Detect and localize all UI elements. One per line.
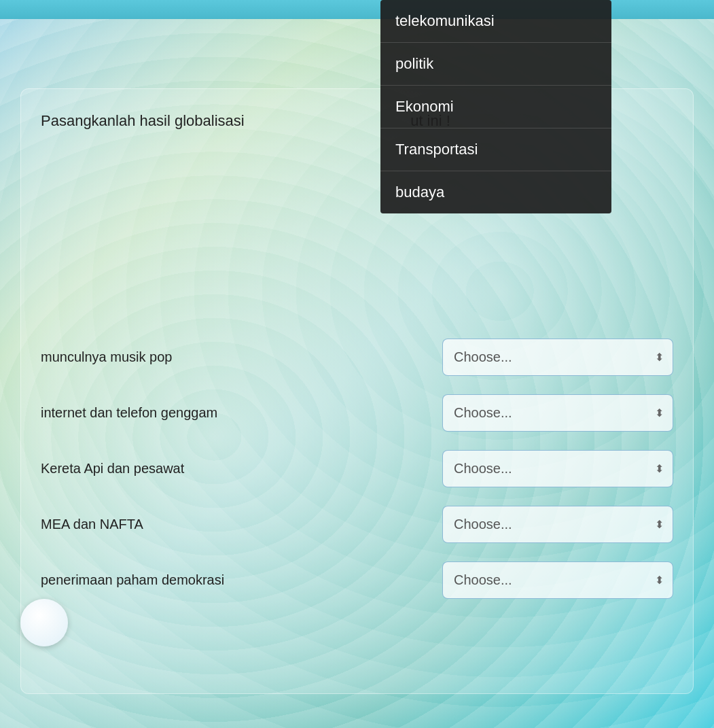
dropdown-item-budaya[interactable]: budaya bbox=[380, 171, 611, 213]
row-label-0: munculnya musik pop bbox=[41, 349, 367, 365]
select-wrapper-2: Choose... telekomunikasi politik Ekonomi… bbox=[442, 450, 673, 487]
match-row-1: internet dan telefon genggam Choose... t… bbox=[41, 389, 673, 436]
select-4[interactable]: Choose... telekomunikasi politik Ekonomi… bbox=[442, 561, 673, 599]
dropdown-item-politik[interactable]: politik bbox=[380, 43, 611, 86]
match-row-4: penerimaan paham demokrasi Choose... tel… bbox=[41, 556, 673, 604]
select-3[interactable]: Choose... telekomunikasi politik Ekonomi… bbox=[442, 506, 673, 543]
match-row-2: Kereta Api dan pesawat Choose... telekom… bbox=[41, 445, 673, 492]
select-2[interactable]: Choose... telekomunikasi politik Ekonomi… bbox=[442, 450, 673, 487]
select-wrapper-3: Choose... telekomunikasi politik Ekonomi… bbox=[442, 506, 673, 543]
row-label-1: internet dan telefon genggam bbox=[41, 405, 367, 421]
match-row-3: MEA dan NAFTA Choose... telekomunikasi p… bbox=[41, 500, 673, 548]
select-wrapper-0: Choose... telekomunikasi politik Ekonomi… bbox=[442, 339, 673, 376]
instruction-main: Pasangkanlah hasil globalisasi bbox=[41, 112, 245, 129]
dropdown-item-ekonomi[interactable]: Ekonomi bbox=[380, 86, 611, 128]
select-0[interactable]: Choose... telekomunikasi politik Ekonomi… bbox=[442, 339, 673, 376]
rows-container: munculnya musik pop Choose... telekomuni… bbox=[41, 333, 673, 612]
match-row-0: munculnya musik pop Choose... telekomuni… bbox=[41, 333, 673, 381]
select-1[interactable]: Choose... telekomunikasi politik Ekonomi… bbox=[442, 394, 673, 432]
select-wrapper-4: Choose... telekomunikasi politik Ekonomi… bbox=[442, 561, 673, 599]
select-wrapper-1: Choose... telekomunikasi politik Ekonomi… bbox=[442, 394, 673, 432]
row-label-2: Kereta Api dan pesawat bbox=[41, 461, 367, 476]
dropdown-menu: telekomunikasi politik Ekonomi Transport… bbox=[380, 0, 611, 213]
row-label-4: penerimaan paham demokrasi bbox=[41, 572, 367, 588]
dropdown-item-telekomunikasi[interactable]: telekomunikasi bbox=[380, 0, 611, 43]
circle-element bbox=[20, 599, 68, 646]
dropdown-item-transportasi[interactable]: Transportasi bbox=[380, 128, 611, 171]
row-label-3: MEA dan NAFTA bbox=[41, 517, 367, 532]
